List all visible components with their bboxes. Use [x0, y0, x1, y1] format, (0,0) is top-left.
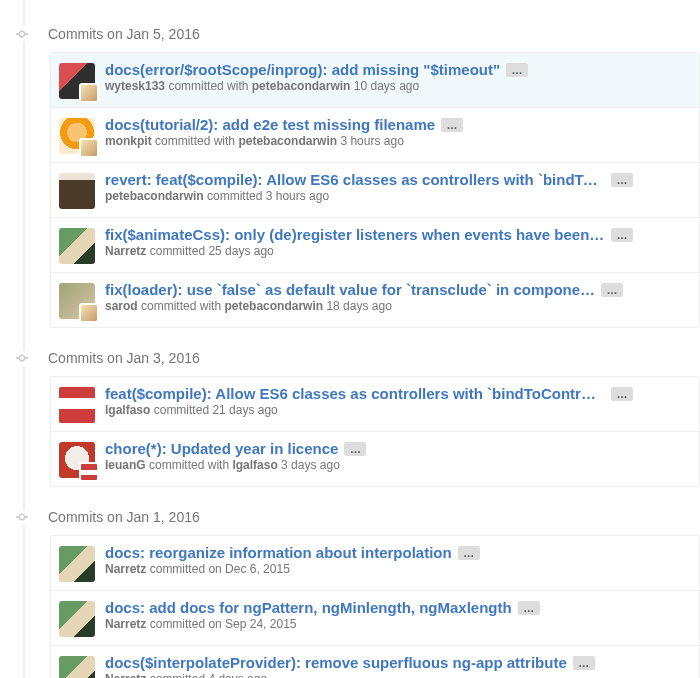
- commit-title-link[interactable]: feat($compile): Allow ES6 classes as con…: [105, 385, 605, 402]
- commit-time: 18 days ago: [326, 299, 391, 313]
- timeline-line: [23, 0, 25, 678]
- commit-row: docs(tutorial/2): add e2e test missing f…: [51, 107, 699, 162]
- expand-message-button[interactable]: …: [611, 228, 633, 242]
- group-date: Jan 1, 2016: [127, 509, 200, 525]
- avatar-wrap: [59, 656, 95, 678]
- commit-title-row: feat($compile): Allow ES6 classes as con…: [105, 385, 691, 402]
- commit-row: docs: reorganize information about inter…: [51, 536, 699, 590]
- commit-group-label: Commits on Jan 1, 2016: [48, 509, 200, 525]
- commit-meta: wytesk133 committed with petebacondarwin…: [105, 79, 691, 93]
- author-avatar[interactable]: [59, 228, 95, 264]
- commit-title-link[interactable]: docs: add docs for ngPattern, ngMinlengt…: [105, 599, 512, 616]
- meta-committed: committed: [150, 562, 205, 576]
- commit-title-row: docs($interpolateProvider): remove super…: [105, 654, 691, 671]
- avatar-wrap: [59, 387, 95, 423]
- commit-title-link[interactable]: docs(error/$rootScope/inprog): add missi…: [105, 61, 500, 78]
- author-link[interactable]: Narretz: [105, 562, 146, 576]
- commit-icon: [14, 509, 30, 525]
- commit-meta: monkpit committed with petebacondarwin 3…: [105, 134, 691, 148]
- committer-avatar[interactable]: [79, 462, 99, 482]
- commit-row: feat($compile): Allow ES6 classes as con…: [51, 377, 699, 431]
- commit-title-link[interactable]: fix(loader): use `false` as default valu…: [105, 281, 595, 298]
- commit-meta: Narretz committed on Sep 24, 2015: [105, 617, 691, 631]
- commit-time: 25 days ago: [208, 244, 273, 258]
- author-link[interactable]: Narretz: [105, 617, 146, 631]
- committer-link[interactable]: petebacondarwin: [252, 79, 351, 93]
- meta-committed: committed: [150, 617, 205, 631]
- group-date: Jan 5, 2016: [127, 26, 200, 42]
- commit-row: fix(loader): use `false` as default valu…: [51, 272, 699, 327]
- commit-list: feat($compile): Allow ES6 classes as con…: [50, 376, 700, 487]
- author-link[interactable]: Narretz: [105, 244, 146, 258]
- meta-committed: committed: [207, 189, 262, 203]
- commit-title-link[interactable]: docs: reorganize information about inter…: [105, 544, 452, 561]
- committer-link[interactable]: petebacondarwin: [224, 299, 323, 313]
- author-avatar[interactable]: [59, 387, 95, 423]
- commit-row: chore(*): Updated year in licence…IeuanG…: [51, 431, 699, 486]
- author-link[interactable]: petebacondarwin: [105, 189, 204, 203]
- author-link[interactable]: Narretz: [105, 672, 146, 678]
- commit-time: 3 hours ago: [266, 189, 329, 203]
- commit-group-header: Commits on Jan 1, 2016: [16, 507, 700, 527]
- author-avatar[interactable]: [59, 546, 95, 582]
- commit-body: feat($compile): Allow ES6 classes as con…: [105, 385, 691, 423]
- expand-message-button[interactable]: …: [506, 63, 528, 77]
- avatar-wrap: [59, 283, 95, 319]
- commit-title-row: docs(error/$rootScope/inprog): add missi…: [105, 61, 691, 78]
- commit-row: revert: feat($compile): Allow ES6 classe…: [51, 162, 699, 217]
- commit-time: on Sep 24, 2015: [208, 617, 296, 631]
- commit-title-row: fix($animateCss): only (de)register list…: [105, 226, 691, 243]
- commit-title-link[interactable]: fix($animateCss): only (de)register list…: [105, 226, 605, 243]
- expand-message-button[interactable]: …: [344, 442, 366, 456]
- commit-time: 4 days ago: [208, 672, 267, 678]
- commit-group-header: Commits on Jan 5, 2016: [16, 24, 700, 44]
- expand-message-button[interactable]: …: [573, 656, 595, 670]
- commit-title-link[interactable]: revert: feat($compile): Allow ES6 classe…: [105, 171, 605, 188]
- expand-message-button[interactable]: …: [601, 283, 623, 297]
- commit-title-row: docs(tutorial/2): add e2e test missing f…: [105, 116, 691, 133]
- commit-body: docs: add docs for ngPattern, ngMinlengt…: [105, 599, 691, 637]
- author-link[interactable]: IeuanG: [105, 458, 146, 472]
- avatar-wrap: [59, 173, 95, 209]
- author-avatar[interactable]: [59, 601, 95, 637]
- expand-message-button[interactable]: …: [518, 601, 540, 615]
- group-prefix: Commits on: [48, 350, 127, 366]
- commit-title-link[interactable]: docs(tutorial/2): add e2e test missing f…: [105, 116, 435, 133]
- committer-link[interactable]: lgalfaso: [232, 458, 277, 472]
- group-prefix: Commits on: [48, 509, 127, 525]
- commit-time: 10 days ago: [354, 79, 419, 93]
- commit-icon: [14, 350, 30, 366]
- author-link[interactable]: lgalfaso: [105, 403, 150, 417]
- commit-title-row: chore(*): Updated year in licence…: [105, 440, 691, 457]
- avatar-wrap: [59, 63, 95, 99]
- commit-row: docs: add docs for ngPattern, ngMinlengt…: [51, 590, 699, 645]
- expand-message-button[interactable]: …: [611, 387, 633, 401]
- author-avatar[interactable]: [59, 656, 95, 678]
- meta-committed-with: committed with: [155, 134, 235, 148]
- committer-avatar[interactable]: [79, 303, 99, 323]
- committer-link[interactable]: petebacondarwin: [238, 134, 337, 148]
- commit-body: fix($animateCss): only (de)register list…: [105, 226, 691, 264]
- committer-avatar[interactable]: [79, 138, 99, 158]
- author-link[interactable]: monkpit: [105, 134, 152, 148]
- expand-message-button[interactable]: …: [458, 546, 480, 560]
- commit-row: fix($animateCss): only (de)register list…: [51, 217, 699, 272]
- avatar-wrap: [59, 601, 95, 637]
- commit-time: 3 hours ago: [340, 134, 403, 148]
- committer-avatar[interactable]: [79, 83, 99, 103]
- commit-time: 3 days ago: [281, 458, 340, 472]
- commit-body: docs: reorganize information about inter…: [105, 544, 691, 582]
- author-avatar[interactable]: [59, 173, 95, 209]
- commit-title-link[interactable]: docs($interpolateProvider): remove super…: [105, 654, 567, 671]
- meta-committed: committed: [154, 403, 209, 417]
- meta-committed-with: committed with: [141, 299, 221, 313]
- commit-row: docs($interpolateProvider): remove super…: [51, 645, 699, 678]
- author-link[interactable]: wytesk133: [105, 79, 165, 93]
- meta-committed: committed: [150, 672, 205, 678]
- commit-title-row: docs: add docs for ngPattern, ngMinlengt…: [105, 599, 691, 616]
- expand-message-button[interactable]: …: [611, 173, 633, 187]
- group-date: Jan 3, 2016: [127, 350, 200, 366]
- commit-title-link[interactable]: chore(*): Updated year in licence: [105, 440, 338, 457]
- author-link[interactable]: sarod: [105, 299, 138, 313]
- expand-message-button[interactable]: …: [441, 118, 463, 132]
